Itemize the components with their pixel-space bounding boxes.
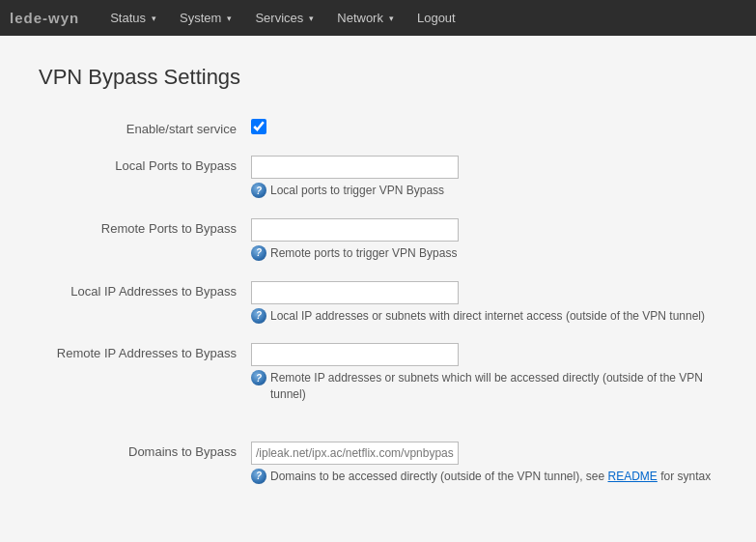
form-row-remote-ports: Remote Ports to Bypass ? Remote ports to… [39,218,717,262]
chevron-down-icon: ▾ [152,14,156,23]
field-remote-ip: ? Remote IP addresses or subnets which w… [251,343,717,403]
nav-network-label: Network [337,11,383,25]
nav-logout[interactable]: Logout [406,0,467,36]
label-remote-ip: Remote IP Addresses to Bypass [39,343,251,360]
nav-logout-label: Logout [417,11,456,25]
field-local-ip: ? Local IP addresses or subnets with dir… [251,281,717,325]
readme-link[interactable]: README [608,470,658,483]
label-enable: Enable/start service [39,119,251,136]
chevron-down-icon: ▾ [227,14,232,23]
form-row-domains: Domains to Bypass ? Domains to be access… [39,442,717,485]
remote-ports-input[interactable] [251,218,459,242]
label-remote-ports: Remote Ports to Bypass [39,218,251,236]
help-icon: ? [251,245,266,261]
nav-system[interactable]: System ▾ [168,0,243,36]
nav-status-label: Status [110,11,146,25]
help-icon: ? [251,469,266,484]
page-title: VPN Bypass Settings [39,65,717,90]
input-row-local-ip [251,281,717,304]
nav-system-label: System [180,11,221,25]
help-icon: ? [251,308,266,324]
label-domains: Domains to Bypass [39,442,251,459]
input-row-local-ports [251,156,717,179]
brand-text2: wyn [48,10,79,26]
domains-input[interactable] [251,442,459,465]
nav-status[interactable]: Status ▾ [98,0,168,36]
help-icon: ? [251,370,266,385]
chevron-down-icon: ▾ [309,14,314,23]
hint-text-remote-ports: Remote ports to trigger VPN Bypass [270,245,457,262]
form-row-local-ip: Local IP Addresses to Bypass ? Local IP … [39,281,717,325]
nav-menu: Status ▾ System ▾ Services ▾ Network ▾ L… [98,0,467,36]
hint-domains: ? Domains to be accessed directly (outsi… [251,469,717,485]
form-row-enable: Enable/start service [39,119,717,136]
brand-text1: lede [10,10,42,26]
form-row-local-ports: Local Ports to Bypass ? Loc [39,156,717,199]
form-row-remote-ip: Remote IP Addresses to Bypass ? Remote I… [39,343,717,403]
spacer [39,422,717,442]
field-domains: ? Domains to be accessed directly (outsi… [251,442,717,485]
input-row-remote-ports [251,218,717,242]
help-icon: ? [251,183,266,198]
checkbox-wrap-enable [251,119,717,134]
hint-text-local-ports: Local ports to trigger VPN Bypass [270,183,444,199]
input-row-remote-ip [251,343,717,366]
input-row-domains [251,442,717,465]
nav-services[interactable]: Services ▾ [243,0,325,36]
nav-network[interactable]: Network ▾ [325,0,406,36]
nav-services-label: Services [255,11,303,25]
enable-service-checkbox[interactable] [251,119,266,134]
chevron-down-icon: ▾ [389,14,394,23]
hint-text-remote-ip: Remote IP addresses or subnets which wil… [270,370,717,403]
hint-text-domains: Domains to be accessed directly (outside… [270,469,711,485]
field-remote-ports: ? Remote ports to trigger VPN Bypass [251,218,717,262]
hint-local-ip: ? Local IP addresses or subnets with dir… [251,308,717,325]
local-ports-input[interactable] [251,156,459,179]
hint-remote-ports: ? Remote ports to trigger VPN Bypass [251,245,717,262]
local-ip-input[interactable] [251,281,459,304]
field-enable [251,119,717,134]
brand-logo[interactable]: lede-wyn [10,10,79,26]
label-local-ports: Local Ports to Bypass [39,156,251,173]
remote-ip-input[interactable] [251,343,459,366]
navbar: lede-wyn Status ▾ System ▾ Services ▾ Ne… [0,0,756,36]
page-content: VPN Bypass Settings Enable/start service… [0,36,756,533]
hint-remote-ip: ? Remote IP addresses or subnets which w… [251,370,717,403]
hint-local-ports: ? Local ports to trigger VPN Bypass [251,183,717,199]
field-local-ports: ? Local ports to trigger VPN Bypass [251,156,717,199]
hint-text-local-ip: Local IP addresses or subnets with direc… [270,308,705,325]
label-local-ip: Local IP Addresses to Bypass [39,281,251,299]
settings-form: Enable/start service Local Ports to Bypa… [39,119,717,485]
